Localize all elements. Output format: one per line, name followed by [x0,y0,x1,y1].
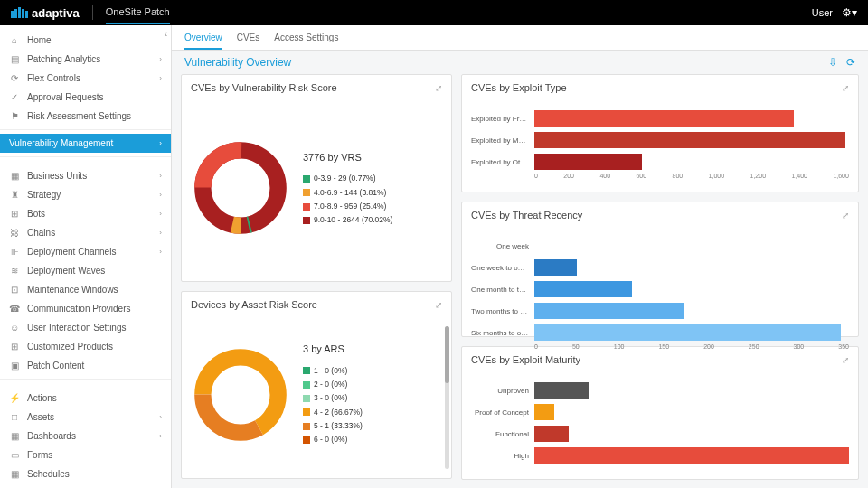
brand-name: adaptiva [32,6,80,20]
sidebar-icon: ♜ [9,190,20,200]
sidebar-item-label: Bots [27,209,45,219]
bar-fill [534,404,554,420]
sidebar-item-vulnerability-management[interactable]: Vulnerability Management › [0,134,171,153]
product-name[interactable]: OneSite Patch [106,6,170,24]
sidebar-item[interactable]: ⊡Maintenance Windows [0,280,171,299]
sidebar-item[interactable]: ⚑Risk Assessment Settings [0,107,171,126]
sidebar-item[interactable]: ▭Forms [0,446,171,465]
sidebar-item-label: Maintenance Windows [27,285,118,295]
refresh-icon[interactable]: ⟳ [846,56,855,69]
sidebar-icon: ▦ [9,431,20,441]
sidebar-item[interactable]: ◈Sensors [0,483,171,488]
sidebar-item[interactable]: ✓Approval Requests [0,88,171,107]
bar-label: Exploited by Oth… [471,158,534,166]
bar-row: Unproven [471,380,849,401]
sidebar-item-label: Communication Providers [27,304,131,314]
sidebar-item[interactable]: ⟳Flex Controls› [0,69,171,88]
tab-overview[interactable]: Overview [184,33,222,50]
card-ars: Devices by Asset Risk Score ⤢ 3 by ARS 1… [181,291,452,479]
bar-label: Functional [471,430,534,438]
tabs: Overview CVEs Access Settings [172,25,868,51]
chevron-right-icon: › [159,55,162,63]
logo-icon [11,7,28,18]
bar-row: One week [471,235,849,257]
sidebar-icon: ⌂ [9,35,20,45]
donut-chart-ars [191,345,290,445]
expand-icon[interactable]: ⤢ [842,211,849,221]
sidebar-item-label: Customized Products [27,342,113,352]
sidebar-icon: ☎ [9,304,20,314]
tab-cves[interactable]: CVEs [237,33,260,50]
sidebar-icon: ⚡ [9,393,20,403]
legend-item: 0-3.9 - 29 (0.77%) [303,172,392,185]
sidebar-item[interactable]: ⊞Bots› [0,204,171,223]
sidebar-icon: ⟳ [9,73,20,83]
bar-row: Two months to si… [471,300,849,322]
brand-logo[interactable]: adaptiva [11,6,80,20]
sidebar-icon: ▦ [9,469,20,479]
sidebar-item[interactable]: ≋Deployment Waves [0,261,171,280]
sidebar-item[interactable]: ▦Business Units› [0,166,171,185]
sidebar-item-label: Deployment Channels [27,247,116,257]
sidebar-item-label: Business Units [27,171,87,181]
sidebar-icon: ✓ [9,92,20,102]
bar-label: Proof of Concept [471,408,534,417]
sidebar-item[interactable]: ▦Dashboards› [0,427,171,446]
gear-icon[interactable]: ⚙▾ [842,6,857,19]
card-exploit-maturity: CVEs by Exploit Maturity ⤢ UnprovenProof… [461,346,859,480]
x-axis: 050100150200250300350 [534,343,849,350]
bar-fill [534,154,642,170]
bar-row: High [471,445,849,466]
sidebar-item[interactable]: ⛓Chains› [0,223,171,242]
legend-item: 2 - 0 (0%) [303,378,363,391]
card-title: CVEs by Threat Recency [471,210,582,221]
user-label[interactable]: User [812,7,833,18]
sidebar-icon: ▣ [9,361,20,371]
bar-label: High [471,452,534,460]
bar-label: One week to one … [471,264,534,272]
card-title: CVEs by Exploit Type [471,82,567,93]
bar-row: Proof of Concept [471,401,849,423]
sidebar-item-label: Vulnerability Management [9,138,113,148]
page-title-row: Vulnerability Overview ⇩ ⟳ [172,51,868,74]
sidebar-item[interactable]: ▦Schedules [0,465,171,483]
sidebar-item[interactable]: ♜Strategy› [0,185,171,204]
expand-icon[interactable]: ⤢ [435,83,442,93]
sidebar-icon: ▭ [9,450,20,460]
sidebar-item[interactable]: ⚡Actions [0,389,171,408]
legend-item: 1 - 0 (0%) [303,364,363,378]
tab-access-settings[interactable]: Access Settings [274,33,338,50]
card-title: Devices by Asset Risk Score [191,299,317,310]
expand-icon[interactable]: ⤢ [842,83,849,93]
sidebar-item[interactable]: ▣Patch Content [0,356,171,375]
legend-item: 6 - 0 (0%) [303,433,363,446]
sidebar-item[interactable]: ⊪Deployment Channels› [0,242,171,261]
sidebar-icon: ⊞ [9,209,20,219]
sidebar-item[interactable]: □Assets› [0,408,171,427]
collapse-sidebar-icon[interactable]: ‹ [165,29,167,39]
chevron-right-icon: › [159,191,162,199]
bar-row: Exploited by Oth… [471,151,849,173]
sidebar-item[interactable]: ▤Patching Analytics› [0,50,171,69]
sidebar-item[interactable]: ☎Communication Providers [0,299,171,318]
sidebar-item-label: Forms [27,450,52,460]
chevron-right-icon: › [159,248,162,256]
sidebar-item-label: Home [27,35,52,45]
legend-title: 3776 by VRS [303,149,392,167]
sidebar-item[interactable]: ⊞Customized Products [0,337,171,356]
sidebar-item[interactable]: ☺User Interaction Settings [0,318,171,337]
chevron-right-icon: › [159,229,162,237]
expand-icon[interactable]: ⤢ [435,300,442,310]
sidebar-icon: ⚑ [9,111,20,121]
scrollbar[interactable] [445,326,449,469]
x-axis: 02004006008001,0001,2001,4001,600 [534,173,849,179]
topbar: adaptiva OneSite Patch User ⚙▾ [0,0,868,25]
download-icon[interactable]: ⇩ [828,56,837,69]
sidebar-item-label: Risk Assessment Settings [27,111,131,121]
bar-fill [534,281,632,297]
legend-item: 4.0-6.9 - 144 (3.81%) [303,186,392,200]
bar-fill [534,324,841,341]
sidebar-item[interactable]: ⌂Home [0,31,171,50]
legend-item: 4 - 2 (66.67%) [303,406,363,419]
bar-row: One month to two… [471,278,849,300]
